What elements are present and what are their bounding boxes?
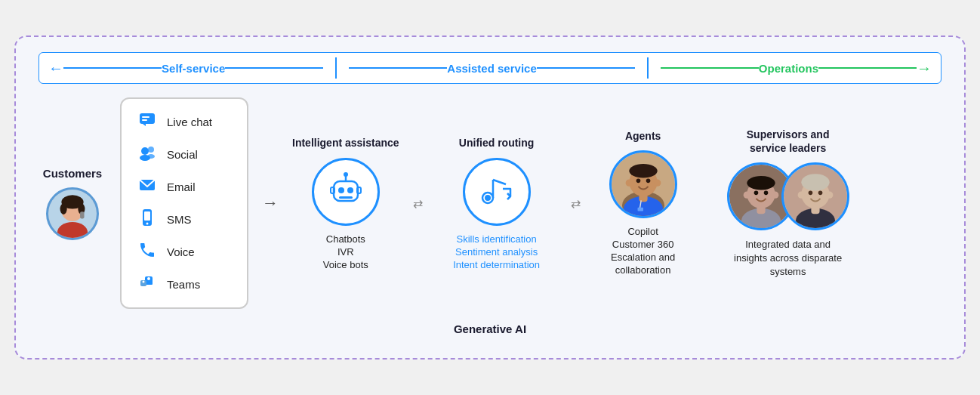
- unified-routing-circle: [463, 158, 531, 226]
- svg-point-23: [143, 281, 145, 283]
- intelligent-assistance-circle: [312, 158, 380, 226]
- svg-point-18: [146, 223, 149, 225]
- svg-point-56: [753, 190, 758, 195]
- teams-icon: [137, 273, 158, 295]
- sms-label: SMS: [167, 213, 192, 226]
- intelligent-label-2: Voice bots: [323, 259, 368, 270]
- routing-label-1: Sentiment analysis: [455, 246, 538, 258]
- social-icon: [137, 143, 158, 165]
- sms-icon: [137, 208, 158, 230]
- intelligent-label-1: IVR: [337, 246, 354, 258]
- svg-point-27: [347, 187, 353, 193]
- social-label: Social: [167, 148, 198, 161]
- supervisors-label-0: Integrated data and insights across disp…: [732, 238, 845, 279]
- supervisor2-avatar-svg: [784, 165, 847, 228]
- svg-point-63: [797, 191, 804, 198]
- svg-line-36: [493, 180, 506, 184]
- agents-labels: Copilot Customer 360 Escalation and coll…: [598, 226, 689, 277]
- arrow-right-1: ⇄: [413, 196, 423, 211]
- svg-point-54: [743, 191, 750, 198]
- svg-point-42: [629, 164, 657, 178]
- supervisors-avatars: [727, 162, 849, 230]
- bottom-generative-ai-label: Generative AI: [39, 322, 941, 335]
- svg-point-30: [344, 172, 348, 177]
- svg-rect-10: [142, 119, 147, 121]
- svg-point-26: [338, 187, 344, 193]
- intelligent-assistance-labels: Chatbots IVR Voice bots: [323, 233, 368, 270]
- agents-label-1: Customer 360: [612, 239, 674, 250]
- unified-routing-column: Unified routing Skills identification Se…: [436, 136, 557, 270]
- divider2: [647, 57, 649, 79]
- channel-social: Social: [137, 143, 232, 165]
- arrow-right-2: ⇄: [571, 196, 581, 211]
- channel-voice: Voice: [137, 241, 232, 263]
- svg-point-45: [636, 179, 640, 184]
- svg-point-66: [818, 190, 822, 195]
- self-service-left-arrow: ←: [48, 60, 63, 77]
- routing-icon: [476, 171, 518, 213]
- top-bar: ← Self-service Assisted service Operatio…: [39, 52, 941, 84]
- double-arrows-2: ⇄: [571, 196, 581, 211]
- live-chat-label: Live chat: [167, 116, 212, 128]
- agents-column: Agents: [594, 129, 692, 277]
- svg-point-12: [148, 147, 154, 153]
- double-arrows-1: ⇄: [413, 196, 423, 211]
- svg-marker-8: [143, 124, 146, 126]
- voice-icon: [137, 241, 158, 263]
- arrow-to-intelligent: →: [262, 193, 279, 213]
- svg-rect-6: [80, 211, 84, 218]
- channel-email: Email: [137, 176, 232, 198]
- svg-rect-28: [339, 196, 353, 199]
- agents-label-2: Escalation and collaboration: [598, 252, 689, 277]
- agents-circle: [609, 150, 677, 218]
- svg-point-34: [485, 195, 491, 201]
- self-service-line: [63, 67, 162, 69]
- supervisor2-circle: [781, 162, 849, 230]
- channel-live-chat: Live chat: [137, 111, 232, 133]
- divider1: [335, 57, 337, 79]
- self-service-line2: [225, 67, 323, 69]
- svg-point-64: [826, 191, 833, 198]
- self-service-label: Self-service: [162, 62, 225, 75]
- svg-point-11: [141, 147, 149, 155]
- routing-label-2: Intent determination: [453, 259, 540, 270]
- channels-list: Live chat Social Emai: [120, 97, 248, 309]
- svg-point-46: [646, 179, 650, 184]
- customer-avatar-svg: [48, 187, 97, 240]
- voice-label: Voice: [167, 245, 195, 258]
- svg-rect-48: [637, 208, 643, 211]
- main-content: Customers: [39, 97, 941, 309]
- svg-rect-32: [357, 187, 361, 193]
- svg-rect-31: [331, 187, 334, 193]
- svg-point-4: [60, 203, 67, 214]
- assisted-service-label: Assisted service: [447, 62, 536, 75]
- supervisors-title: Supervisors and service leaders: [728, 128, 849, 155]
- assisted-line1: [349, 67, 447, 69]
- supervisors-column: Supervisors and service leaders: [727, 128, 849, 279]
- svg-rect-24: [140, 283, 146, 285]
- svg-rect-7: [140, 113, 155, 124]
- ops-right-arrow: →: [917, 60, 932, 77]
- supervisors-labels: Integrated data and insights across disp…: [732, 238, 845, 279]
- intelligent-assistance-title: Intelligent assistance: [292, 136, 399, 150]
- teams-label: Teams: [167, 278, 200, 291]
- email-label: Email: [167, 181, 196, 193]
- svg-rect-9: [142, 116, 149, 118]
- svg-point-65: [808, 190, 812, 195]
- intelligent-label-0: Chatbots: [326, 233, 365, 245]
- svg-point-57: [763, 190, 768, 195]
- agents-title: Agents: [625, 129, 661, 143]
- svg-point-62: [801, 174, 829, 190]
- svg-point-20: [147, 277, 150, 280]
- email-icon: [137, 176, 158, 198]
- channel-teams: Teams: [137, 273, 232, 295]
- agents-label-0: Copilot: [627, 226, 658, 237]
- ops-line2: [818, 67, 917, 69]
- svg-point-55: [772, 191, 778, 198]
- svg-point-53: [747, 176, 775, 190]
- operations-label: Operations: [759, 62, 818, 75]
- assisted-line2: [537, 67, 635, 69]
- diagram-container: ← Self-service Assisted service Operatio…: [14, 35, 966, 360]
- channel-sms: SMS: [137, 208, 232, 230]
- bot-icon: [325, 171, 367, 213]
